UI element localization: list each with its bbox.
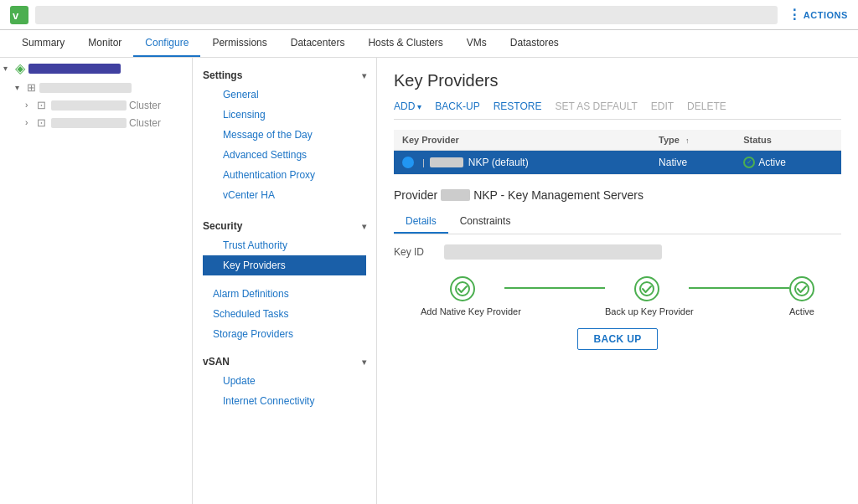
nav-advanced-settings[interactable]: Advanced Settings [203, 145, 366, 165]
nav-alarm-definitions[interactable]: Alarm Definitions [193, 284, 376, 304]
nav-auth-proxy[interactable]: Authentication Proxy [203, 165, 366, 185]
security-section: Security ▾ Trust Authority Key Providers [193, 208, 376, 279]
step-line-2 [689, 287, 789, 289]
tab-configure[interactable]: Configure [133, 30, 200, 57]
key-providers-content: Key Providers ADD ▾ BACK-UP RESTORE SET … [377, 58, 858, 504]
cluster2-icon: ⊡ [37, 116, 46, 129]
settings-chevron-icon: ▾ [362, 71, 366, 80]
tree-item-datacenter[interactable]: ▾ ⊞ [0, 79, 192, 96]
tab-constraints[interactable]: Constraints [448, 210, 523, 234]
status-check-icon [743, 157, 755, 168]
settings-section: Settings ▾ General Licensing Message of … [193, 58, 376, 208]
row-dot-icon [402, 157, 414, 168]
detail-tabs: Details Constraints [394, 210, 841, 234]
step-back-up: Back up Key Provider [605, 276, 689, 316]
nav-key-providers[interactable]: Key Providers [203, 255, 366, 275]
nav-motd[interactable]: Message of the Day [203, 125, 366, 145]
key-providers-table: Key Provider Type ↑ Status [394, 130, 841, 175]
tab-permissions[interactable]: Permissions [200, 30, 278, 57]
kp-toolbar: ADD ▾ BACK-UP RESTORE SET AS DEFAULT EDI… [394, 100, 841, 120]
nav-internet-connectivity[interactable]: Internet Connectivity [203, 391, 366, 411]
key-providers-title: Key Providers [394, 71, 841, 90]
tree-cluster2-suffix: Cluster [129, 117, 161, 129]
tree-item-cluster1[interactable]: › ⊡ Cluster [0, 96, 192, 114]
tree-arrow-datacenter: ▾ [15, 83, 27, 92]
status-badge: Active [743, 157, 833, 168]
left-nav-menu: Settings ▾ General Licensing Message of … [193, 58, 377, 504]
tree-item-cluster2[interactable]: › ⊡ Cluster [0, 114, 192, 131]
backup-action-button[interactable]: BACK UP [577, 328, 657, 350]
edit-button[interactable]: EDIT [651, 100, 674, 112]
tree-item-vcenter[interactable]: ▾ ◈ [0, 58, 192, 79]
step3-label: Active [789, 306, 814, 316]
col-status: Status [735, 130, 841, 151]
col-key-provider: Key Provider [394, 130, 650, 151]
progress-steps: Add Native Key Provider Back up Key Prov… [394, 276, 841, 316]
col-type: Type ↑ [650, 130, 735, 151]
svg-text:v: v [13, 9, 19, 22]
security-chevron-icon: ▾ [362, 222, 366, 231]
tree-arrow-vcenter: ▾ [3, 64, 15, 73]
tab-vms[interactable]: VMs [455, 30, 499, 57]
main-nav-tabs: Summary Monitor Configure Permissions Da… [0, 30, 858, 58]
tab-summary[interactable]: Summary [10, 30, 76, 57]
tab-monitor[interactable]: Monitor [76, 30, 133, 57]
tab-hosts-clusters[interactable]: Hosts & Clusters [356, 30, 454, 57]
vcenter-icon: ◈ [15, 60, 25, 76]
vcenter-logo-icon: v [10, 6, 28, 24]
step3-circle-icon [789, 276, 814, 301]
standalone-nav: Alarm Definitions Scheduled Tasks Storag… [193, 279, 376, 344]
url-bar [35, 6, 778, 24]
actions-label: ACTIONS [804, 10, 848, 20]
key-id-label: Key ID [394, 246, 444, 258]
tree-arrow-cluster1: › [25, 100, 37, 110]
tab-datastores[interactable]: Datastores [499, 30, 571, 57]
restore-button[interactable]: RESTORE [494, 100, 542, 112]
add-chevron-icon: ▾ [417, 102, 421, 111]
provider-title: Provider NKP - Key Management Servers [394, 188, 841, 202]
settings-section-header[interactable]: Settings ▾ [203, 66, 366, 85]
backup-button[interactable]: BACK-UP [435, 100, 479, 112]
actions-menu[interactable]: ⋮ ACTIONS [788, 7, 848, 23]
nav-trust-authority[interactable]: Trust Authority [203, 235, 366, 255]
type-sort-icon: ↑ [685, 136, 690, 145]
nav-licensing[interactable]: Licensing [203, 105, 366, 125]
tree-datacenter-label [39, 83, 132, 93]
kp-name-cell: | NKP (default) [394, 151, 650, 175]
cluster1-icon: ⊡ [37, 99, 46, 111]
nav-update[interactable]: Update [203, 371, 366, 391]
nav-scheduled-tasks[interactable]: Scheduled Tasks [193, 304, 376, 324]
key-id-row: Key ID [394, 244, 841, 260]
step1-label: Add Native Key Provider [421, 306, 504, 316]
tab-details[interactable]: Details [394, 210, 448, 234]
table-row[interactable]: | NKP (default) Native Active [394, 151, 841, 175]
step-active: Active [789, 276, 814, 316]
kp-type-cell: Native [650, 151, 735, 175]
add-button[interactable]: ADD ▾ [394, 100, 421, 112]
nav-vcenter-ha[interactable]: vCenter HA [203, 185, 366, 205]
nav-general[interactable]: General [203, 85, 366, 105]
tree-arrow-cluster2: › [25, 118, 37, 127]
nav-storage-providers[interactable]: Storage Providers [193, 324, 376, 344]
settings-label: Settings [203, 69, 242, 81]
vsan-section-header[interactable]: vSAN ▾ [203, 352, 366, 371]
vsan-section: vSAN ▾ Update Internet Connectivity [193, 344, 376, 414]
step-line-1 [504, 287, 605, 289]
tab-datacenters[interactable]: Datacenters [279, 30, 357, 57]
delete-button[interactable]: DELETE [687, 100, 726, 112]
security-section-header[interactable]: Security ▾ [203, 217, 366, 235]
vsan-chevron-icon: ▾ [362, 357, 366, 367]
vsan-label: vSAN [203, 356, 230, 368]
security-label: Security [203, 220, 242, 232]
set-default-button[interactable]: SET AS DEFAULT [555, 100, 637, 112]
tree-cluster1-label [51, 100, 127, 111]
step-add-native: Add Native Key Provider [421, 276, 504, 316]
key-id-value [444, 244, 662, 260]
tree-cluster2-label [51, 118, 127, 128]
pipe-separator: | [422, 157, 425, 167]
step1-circle-icon [450, 276, 475, 301]
kp-status-cell: Active [735, 151, 841, 175]
step2-label: Back up Key Provider [605, 306, 689, 316]
tree-vcenter-label [28, 64, 121, 74]
actions-dots-icon: ⋮ [788, 7, 800, 23]
